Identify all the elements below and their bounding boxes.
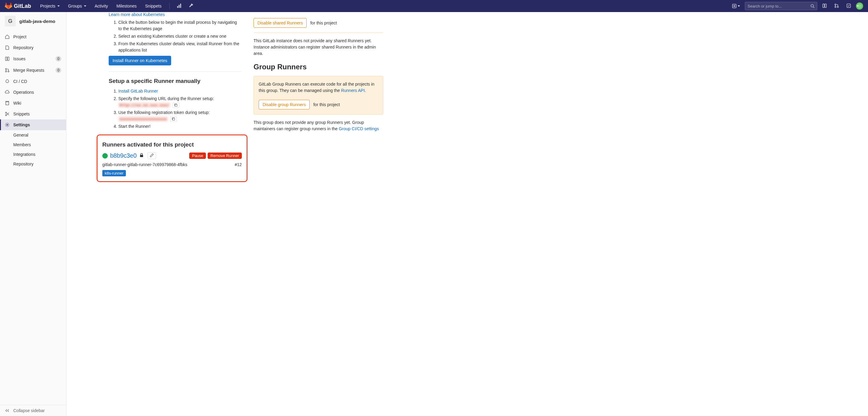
k8s-step-1: Click the button below to begin the inst… [118, 19, 242, 32]
shared-runners-note: This GitLab instance does not provide an… [253, 38, 383, 57]
nav-snippets[interactable]: Snippets [142, 1, 164, 11]
disable-shared-runners-button[interactable]: Disable shared Runners [253, 18, 307, 28]
search-box[interactable] [745, 2, 817, 10]
manual-setup-title: Setup a specific Runner manually [108, 78, 242, 84]
remove-runner-button[interactable]: Remove Runner [208, 152, 242, 159]
user-avatar[interactable] [856, 2, 863, 10]
sidebar-label: CI / CD [13, 79, 27, 84]
svg-point-7 [835, 4, 836, 5]
settings-submenu: General Members Integrations Repository [0, 130, 66, 169]
manual-steps: Install GitLab Runner Specify the follow… [108, 88, 242, 130]
sidebar-label: Settings [13, 123, 30, 127]
mr-count: 0 [56, 68, 61, 73]
runner-id-link[interactable]: b8b9c3e0 [110, 152, 137, 159]
pause-runner-button[interactable]: Pause [189, 152, 206, 159]
copy-token-button[interactable] [170, 116, 177, 122]
manual-step-2: Specify the following URL during the Run… [118, 96, 242, 108]
svg-point-13 [5, 68, 7, 70]
book-icon [5, 101, 10, 105]
sidebar-label: Issues [13, 56, 25, 61]
svg-rect-2 [180, 4, 181, 8]
svg-point-18 [7, 124, 8, 126]
sidebar-item-operations[interactable]: Operations [0, 87, 66, 98]
sidebar-item-wiki[interactable]: Wiki [0, 98, 66, 108]
sidebar-label: Operations [13, 90, 34, 95]
activated-runners-box: Runners activated for this project b8b9c… [97, 134, 247, 182]
nav-activity[interactable]: Activity [92, 1, 111, 11]
runner-description: gitlab-runner-gitlab-runner-7c69979868-4… [102, 162, 187, 167]
brand-text: GitLab [14, 3, 31, 9]
sidebar-label: Merge Requests [13, 68, 44, 73]
gitlab-logo[interactable]: GitLab [5, 2, 31, 10]
sub-general[interactable]: General [0, 130, 66, 140]
learn-kubernetes-link[interactable]: Learn more about Kubernetes [108, 12, 165, 17]
kubernetes-steps: Click the button below to begin the inst… [108, 19, 242, 54]
search-input[interactable] [748, 4, 810, 8]
sidebar-item-cicd[interactable]: CI / CD [0, 76, 66, 87]
svg-rect-6 [825, 4, 826, 7]
sidebar-item-repository[interactable]: Repository [0, 42, 66, 53]
svg-rect-21 [140, 155, 143, 157]
shared-runners-row: Disable shared Runners for this project [253, 12, 383, 33]
home-icon [5, 34, 10, 39]
sub-members[interactable]: Members [0, 140, 66, 149]
group-alert-text: GitLab Group Runners can execute code fo… [259, 81, 378, 94]
project-avatar: G [5, 16, 16, 27]
sidebar-item-merge-requests[interactable]: Merge Requests0 [0, 65, 66, 76]
edit-runner-button[interactable] [148, 152, 156, 159]
svg-rect-11 [5, 57, 7, 61]
svg-point-16 [5, 112, 7, 113]
manual-step-3: Use the following registration token dur… [118, 109, 242, 122]
svg-rect-1 [179, 5, 180, 8]
sidebar-item-issues[interactable]: Issues0 [0, 53, 66, 65]
copy-url-button[interactable] [173, 103, 179, 108]
nav-groups[interactable]: Groups [65, 1, 89, 11]
todos-icon[interactable] [844, 1, 854, 11]
merge-icon [5, 68, 10, 73]
svg-rect-19 [175, 104, 177, 106]
for-project-text: for this project [310, 21, 337, 25]
sub-integrations[interactable]: Integrations [0, 149, 66, 159]
lock-icon [139, 153, 144, 159]
merge-request-icon[interactable] [832, 1, 841, 11]
file-icon [5, 45, 10, 50]
sidebar-item-settings[interactable]: Settings [0, 119, 66, 130]
svg-point-15 [8, 71, 9, 72]
group-runners-note: This group does not provide any group Ru… [253, 119, 383, 132]
manual-step-3-text: Use the following registration token dur… [118, 110, 210, 115]
runner-number: #12 [235, 162, 242, 167]
plus-button[interactable] [730, 3, 742, 9]
group-cicd-settings-link[interactable]: Group CI/CD settings [339, 126, 379, 131]
manual-step-4: Start the Runner! [118, 123, 242, 130]
issues-icon [5, 56, 10, 61]
project-header[interactable]: G gitlab-java-demo [0, 12, 66, 30]
sidebar-label: Project [13, 34, 27, 39]
rocket-icon [5, 79, 10, 84]
nav-milestones[interactable]: Milestones [114, 1, 140, 11]
sidebar-item-snippets[interactable]: Snippets [0, 108, 66, 119]
sidebar-item-project[interactable]: Project [0, 31, 66, 42]
top-header: GitLab Projects Groups Activity Mileston… [0, 0, 868, 12]
sidebar: G gitlab-java-demo Project Repository Is… [0, 12, 66, 194]
runner-desc-row: gitlab-runner-gitlab-runner-7c69979868-4… [102, 162, 242, 167]
svg-point-17 [5, 114, 7, 116]
svg-point-4 [811, 4, 814, 7]
install-runner-kubernetes-button[interactable]: Install Runner on Kubernetes [108, 56, 171, 65]
sidebar-label: Wiki [13, 101, 21, 105]
runners-api-link[interactable]: Runners API [341, 88, 365, 93]
runner-tag: k8s-runner [102, 170, 126, 176]
project-name: gitlab-java-demo [19, 19, 55, 24]
sub-repository[interactable]: Repository [0, 159, 66, 169]
chart-icon[interactable] [175, 1, 184, 11]
issues-icon[interactable] [820, 1, 829, 11]
nav-projects[interactable]: Projects [37, 1, 63, 11]
k8s-step-2: Select an existing Kubernetes cluster or… [118, 33, 242, 39]
scissors-icon [5, 111, 10, 116]
header-left: GitLab Projects Groups Activity Mileston… [5, 1, 196, 11]
install-gitlab-runner-link[interactable]: Install GitLab Runner [118, 89, 158, 94]
main-content: Learn more about Kubernetes Click the bu… [66, 12, 868, 194]
sidebar-nav: Project Repository Issues0 Merge Request… [0, 30, 66, 194]
for-project-text-2: for this project [313, 102, 340, 107]
wrench-icon[interactable] [187, 1, 196, 11]
disable-group-runners-button[interactable]: Disable group Runners [259, 100, 310, 109]
